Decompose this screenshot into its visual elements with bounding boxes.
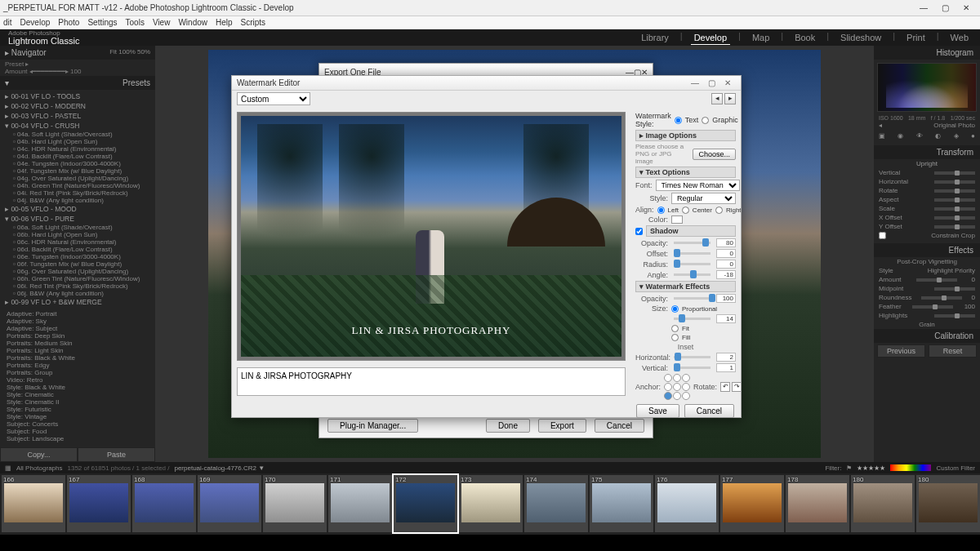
navigator-header[interactable]: ▸ Navigator Fit 100% 50% (0, 46, 155, 60)
vignette-style[interactable]: Highlight Priority (928, 267, 975, 274)
color-picker[interactable] (671, 216, 683, 224)
style-preset[interactable]: Adaptive: Portrait (0, 310, 155, 318)
module-slideshow[interactable]: Slideshow (837, 31, 884, 45)
style-preset[interactable]: Style: Cinematic (0, 391, 155, 398)
style-preset[interactable]: Adaptive: Subject (0, 325, 155, 332)
preset-folder[interactable]: ▸ 00-99 VF LO + B&W MERGE (0, 297, 155, 307)
effects-row[interactable]: Amount0 (874, 275, 980, 284)
image-options-header[interactable]: ▸ Image Options (635, 130, 736, 141)
watermark-save-button[interactable]: Save (636, 404, 679, 418)
style-preset[interactable]: Portraits: Light Skin (0, 347, 155, 354)
copy-button[interactable]: Copy... (0, 447, 78, 462)
tool-icon[interactable]: ◐ (935, 132, 941, 140)
size-proportional-radio[interactable] (671, 305, 679, 313)
maximize-icon[interactable]: ▢ (934, 3, 956, 12)
thumbnail[interactable]: 177 (720, 475, 784, 532)
preset-item[interactable]: ▫ 06d. Backlit (Flare/Low Contrast) (0, 246, 155, 253)
align-left-radio[interactable] (657, 207, 665, 214)
menu-settings[interactable]: Settings (87, 18, 117, 27)
transform-row[interactable]: Rotate (874, 186, 980, 195)
rotate-right-button[interactable]: ↷ (732, 382, 741, 392)
anchor-grid[interactable] (664, 374, 690, 400)
transform-row[interactable]: X Offset (874, 213, 980, 222)
flag-icon[interactable]: ⚑ (846, 464, 852, 472)
constrain-checkbox[interactable] (879, 232, 886, 239)
watermark-text-input[interactable] (237, 367, 626, 396)
watermark-effects-header[interactable]: ▾ Watermark Effects (635, 281, 736, 292)
calibration-header[interactable]: Calibration (874, 329, 980, 343)
previous-button[interactable]: Previous (877, 344, 925, 358)
preset-folder[interactable]: ▾ 00-06 VFLO - PURE (0, 214, 155, 224)
thumbnail[interactable]: 178 (786, 475, 849, 532)
style-preset[interactable]: Portraits: Medium Skin (0, 340, 155, 347)
preset-item[interactable]: ▫ 04b. Hard Light (Open Sun) (0, 138, 155, 145)
style-preset[interactable]: Portraits: Edgy (0, 362, 155, 369)
shadow-checkbox[interactable] (635, 228, 643, 235)
thumbnail-selected[interactable]: 172 (394, 475, 457, 532)
prev-image-button[interactable]: ◂ (711, 93, 723, 104)
module-print[interactable]: Print (903, 31, 929, 45)
tool-icon[interactable]: ▣ (879, 132, 885, 140)
style-preset[interactable]: Subject: Concerts (0, 420, 155, 428)
close-icon[interactable]: ✕ (719, 78, 736, 87)
thumbnail[interactable]: 180 (916, 475, 980, 532)
thumbnail[interactable]: 169 (198, 475, 261, 532)
minimize-icon[interactable]: — (913, 3, 934, 12)
thumbnail[interactable]: 180 (851, 475, 915, 532)
font-style-select[interactable]: Regular (671, 193, 736, 204)
style-preset[interactable]: Style: Vintage (0, 413, 155, 420)
preset-item[interactable]: ▫ 04a. Soft Light (Shade/Overcast) (0, 131, 155, 138)
preset-item[interactable]: ▫ 06f. Tungsten Mix (w/ Blue Daylight) (0, 260, 155, 268)
effects-row[interactable]: Midpoint (874, 284, 980, 293)
preset-item[interactable]: ▫ 04d. Backlit (Flare/Low Contrast) (0, 153, 155, 160)
style-preset[interactable]: Style: Cinematic II (0, 398, 155, 406)
preset-item[interactable]: ▫ 06j. B&W (Any light condition) (0, 290, 155, 297)
filmstrip-source[interactable]: All Photographs (16, 464, 62, 472)
tool-icon[interactable]: ◉ (898, 132, 903, 140)
maximize-icon[interactable]: ▢ (703, 78, 719, 87)
menu-scripts[interactable]: Scripts (241, 18, 266, 27)
style-graphic-radio[interactable] (702, 117, 709, 124)
tool-icon[interactable]: ● (971, 132, 975, 140)
preset-item[interactable]: ▫ 04e. Tungsten (Indoor/3000-4000K) (0, 160, 155, 167)
preset-item[interactable]: ▫ 04j. B&W (Any light condition) (0, 197, 155, 204)
preset-tree[interactable]: ▸ 00-01 VF LO - TOOLS ▸ 00-02 VFLO - MOD… (0, 90, 155, 447)
size-slider[interactable] (674, 318, 710, 320)
preset-folder[interactable]: ▸ 00-01 VF LO - TOOLS (0, 91, 155, 101)
module-library[interactable]: Library (638, 31, 672, 45)
align-center-radio[interactable] (682, 207, 689, 214)
menu-help[interactable]: Help (216, 18, 233, 27)
align-right-radio[interactable] (715, 207, 723, 214)
paste-button[interactable]: Paste (78, 447, 155, 462)
module-book[interactable]: Book (791, 31, 818, 45)
preset-item[interactable]: ▫ 06e. Tungsten (Indoor/3000-4000K) (0, 253, 155, 260)
style-text-radio[interactable] (675, 117, 682, 124)
font-select[interactable]: Times New Roman (656, 180, 740, 191)
thumbnail[interactable]: 176 (655, 475, 719, 532)
custom-filter[interactable]: Custom Filter (936, 464, 975, 472)
preset-item[interactable]: ▫ 06c. HDR Natural (Environmental) (0, 238, 155, 246)
presets-header[interactable]: ▾ Presets (0, 76, 155, 90)
preset-folder[interactable]: ▾ 00-04 VFLO - CRUSH (0, 121, 155, 131)
thumbnail[interactable]: 174 (524, 475, 588, 532)
style-preset[interactable]: Subject: Food (0, 428, 155, 435)
transform-row[interactable]: Y Offset (874, 222, 980, 231)
thumbnail[interactable]: 168 (132, 475, 196, 532)
effects-row[interactable]: Feather100 (874, 302, 980, 311)
size-fit-radio[interactable] (671, 325, 679, 332)
menu-window[interactable]: Window (178, 18, 207, 27)
style-preset[interactable]: Video: Retro (0, 376, 155, 384)
style-preset[interactable]: Subject: Landscape (0, 435, 155, 442)
preset-item[interactable]: ▫ 06a. Soft Light (Shade/Overcast) (0, 224, 155, 231)
close-icon[interactable]: ✕ (956, 3, 977, 12)
menu-tools[interactable]: Tools (126, 18, 145, 27)
transform-row[interactable]: Horizontal (874, 177, 980, 186)
vertical-slider[interactable] (674, 367, 710, 369)
style-preset[interactable]: Style: Black & White (0, 384, 155, 391)
horizontal-slider[interactable] (674, 356, 710, 358)
rotate-left-button[interactable]: ↶ (720, 382, 730, 392)
color-label-filter[interactable] (890, 464, 931, 471)
shadow-angle-slider[interactable] (674, 273, 710, 276)
effects-row[interactable]: Highlights (874, 311, 980, 320)
reset-button[interactable]: Reset (929, 344, 977, 358)
